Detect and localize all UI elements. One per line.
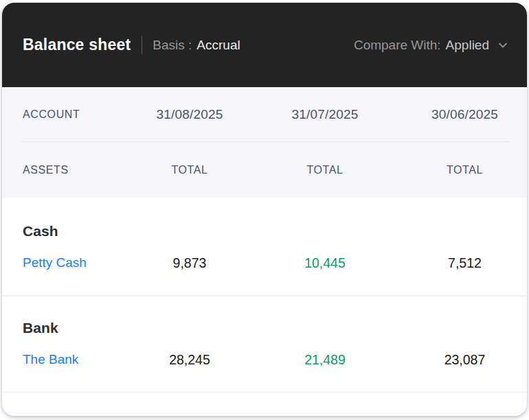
basis-label: Basis : <box>153 38 192 53</box>
chevron-down-icon <box>497 39 509 51</box>
compare-with-label: Compare With: <box>354 38 441 53</box>
balance-sheet-card: Balance sheet Basis : Accrual Compare Wi… <box>2 3 527 416</box>
account-group-cash: Cash Petty Cash 9,873 10,445 7,512 <box>2 198 527 295</box>
column-header-date-3: 30/06/2025 <box>393 107 527 122</box>
cell-value-positive: 21,489 <box>257 351 393 369</box>
cell-value: 9,873 <box>122 254 257 272</box>
compare-with-value: Applied <box>446 38 489 53</box>
total-header-row: ASSETS TOTAL TOTAL TOTAL <box>2 142 527 198</box>
table-header: ACCOUNT 31/08/2025 31/07/2025 30/06/2025… <box>2 87 527 198</box>
column-header-date-2: 31/07/2025 <box>257 107 393 122</box>
report-title: Balance sheet <box>23 36 131 54</box>
column-header-account: ACCOUNT <box>2 108 122 121</box>
column-header-date-1: 31/08/2025 <box>122 107 257 122</box>
account-link-petty-cash[interactable]: Petty Cash <box>2 254 122 272</box>
column-subheader-total-1: TOTAL <box>122 164 257 176</box>
group-title-cash: Cash <box>2 222 527 240</box>
basis-value: Accrual <box>196 38 240 53</box>
account-link-the-bank[interactable]: The Bank <box>2 351 122 369</box>
report-header: Balance sheet Basis : Accrual Compare Wi… <box>2 3 527 87</box>
cell-value-positive: 10,445 <box>257 254 393 272</box>
footer-strip <box>2 393 527 416</box>
basis-info: Basis : Accrual <box>153 38 240 53</box>
compare-with-dropdown[interactable]: Compare With: Applied <box>354 38 509 53</box>
cell-value: 23,087 <box>393 351 527 369</box>
header-divider <box>142 36 142 54</box>
group-title-bank: Bank <box>2 319 527 337</box>
cell-value: 7,512 <box>393 254 527 272</box>
cell-value: 28,245 <box>122 351 257 369</box>
column-subheader-total-3: TOTAL <box>393 164 527 176</box>
section-header-assets: ASSETS <box>2 164 122 176</box>
account-group-bank: Bank The Bank 28,245 21,489 23,087 <box>2 296 527 392</box>
column-subheader-total-2: TOTAL <box>257 164 393 176</box>
table-row-the-bank: The Bank 28,245 21,489 23,087 <box>2 351 527 369</box>
table-row-petty-cash: Petty Cash 9,873 10,445 7,512 <box>2 254 527 272</box>
date-header-row: ACCOUNT 31/08/2025 31/07/2025 30/06/2025 <box>2 87 527 141</box>
